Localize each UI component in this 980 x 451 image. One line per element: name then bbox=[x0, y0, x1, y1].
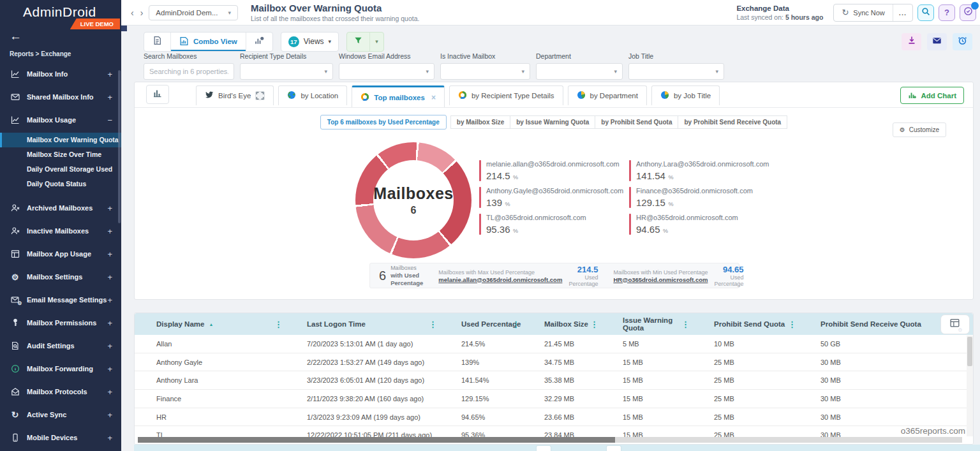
expand-toggle[interactable]: + bbox=[107, 433, 112, 443]
tasks-button[interactable] bbox=[960, 4, 976, 21]
table-row[interactable]: Finance2/11/2023 9:38:20 AM (160 days ag… bbox=[135, 390, 973, 408]
expand-toggle[interactable]: + bbox=[107, 341, 112, 351]
views-dropdown[interactable]: 17 Views ▾ bbox=[281, 32, 339, 52]
chart-tab-by-location[interactable]: by Location bbox=[278, 85, 347, 105]
subtab-by-prohibit-send-receive-quota[interactable]: by Prohibit Send Receive Quota bbox=[678, 115, 787, 129]
expand-toggle[interactable]: + bbox=[107, 92, 112, 102]
table-header-cell-prohibit-send-quota[interactable]: Prohibit Send Quota⋮ bbox=[692, 313, 799, 335]
column-menu-icon[interactable]: ⋮ bbox=[429, 320, 437, 329]
close-icon[interactable]: × bbox=[431, 93, 436, 102]
schedule-button[interactable] bbox=[953, 33, 972, 50]
sync-now-button[interactable]: ↻ Sync Now bbox=[834, 4, 892, 21]
sidebar-item-mailbox-settings[interactable]: ⚙Mailbox Settings+ bbox=[0, 265, 121, 288]
expand-icon[interactable] bbox=[255, 91, 265, 100]
sidebar-subitem-daily-quota-status[interactable]: Daily Quota Status bbox=[0, 177, 121, 191]
expand-toggle[interactable]: − bbox=[107, 115, 112, 125]
table-row[interactable]: Allan7/20/2023 5:13:01 AM (1 day ago)214… bbox=[135, 335, 973, 353]
chart-type-button[interactable] bbox=[146, 85, 169, 104]
filter-caret-button[interactable]: ▾ bbox=[369, 33, 383, 51]
column-menu-icon[interactable]: ⋮ bbox=[274, 320, 283, 329]
table-header-cell-mailbox-size[interactable]: Mailbox Size⋮ bbox=[523, 313, 601, 335]
chart-tab-top-mailboxes[interactable]: Top mailboxes× bbox=[352, 85, 445, 107]
expand-toggle[interactable]: + bbox=[107, 272, 112, 282]
sidebar-scrollbar[interactable] bbox=[118, 70, 121, 223]
chart-tab-by-department[interactable]: by Department bbox=[568, 85, 647, 105]
expand-toggle[interactable]: + bbox=[107, 249, 112, 259]
column-menu-icon[interactable]: ⋮ bbox=[788, 320, 796, 329]
expand-toggle[interactable]: + bbox=[107, 387, 112, 397]
pagination-control[interactable] bbox=[606, 445, 621, 451]
chart-tab-by-job-title[interactable]: by Job Title bbox=[651, 85, 720, 105]
column-menu-icon[interactable]: ⋮ bbox=[681, 320, 690, 329]
column-menu-icon[interactable]: ⋮ bbox=[590, 320, 598, 329]
sidebar-item-audit-settings[interactable]: Audit Settings+ bbox=[0, 334, 121, 357]
sidebar-subitem-mailbox-over-warning-quota[interactable]: Mailbox Over Warning Quota bbox=[0, 133, 121, 147]
sidebar-item-mailbox-protocols[interactable]: Mailbox Protocols+ bbox=[0, 380, 121, 403]
filter-select[interactable]: ▾ bbox=[536, 63, 623, 80]
sidebar-subitem-mailbox-size-over-time[interactable]: Mailbox Size Over Time bbox=[0, 147, 121, 162]
expand-toggle[interactable]: + bbox=[107, 226, 112, 236]
sidebar-subitem-daily-overall-storage-used[interactable]: Daily Overall Storage Used bbox=[0, 162, 121, 177]
expand-toggle[interactable]: + bbox=[107, 364, 112, 374]
table-header-cell-issue-warning-quota[interactable]: Issue Warning Quota⋮ bbox=[601, 313, 692, 335]
sidebar-item-inactive-mailboxes[interactable]: Inactive Mailboxes+ bbox=[0, 219, 121, 242]
chart-tab-by-recipient-type-details[interactable]: by Recipient Type Details bbox=[449, 85, 563, 105]
table-header-cell-used-percentage[interactable]: Used Percentage⋮ bbox=[440, 313, 523, 335]
expand-toggle[interactable]: + bbox=[107, 410, 112, 420]
sidebar-item-mobile-devices[interactable]: Mobile Devices+ bbox=[0, 426, 121, 449]
column-menu-icon[interactable]: ⋮ bbox=[512, 320, 520, 329]
help-button[interactable]: ? bbox=[939, 4, 955, 21]
legend-entry[interactable]: TL@o365droid.onmicrosoft.com95.36 % bbox=[479, 214, 627, 235]
next-button[interactable]: › bbox=[137, 8, 147, 18]
scrollbar-thumb[interactable] bbox=[967, 337, 972, 366]
column-settings-button[interactable]: ⚙ bbox=[940, 314, 970, 334]
table-header-cell-last-logon-time[interactable]: Last Logon Time⋮ bbox=[285, 313, 440, 335]
search-input[interactable] bbox=[144, 63, 234, 80]
filter-funnel-button[interactable] bbox=[347, 33, 369, 51]
sidebar-item-shared-mailbox-info[interactable]: Shared Mailbox Info+ bbox=[0, 85, 121, 108]
combo-view-tab[interactable]: Combo View bbox=[170, 33, 246, 51]
vertical-scrollbar[interactable] bbox=[967, 336, 973, 436]
table-row[interactable]: Anthony Gayle2/22/2023 1:53:27 AM (149 d… bbox=[135, 353, 973, 372]
table-row[interactable]: Anthony Lara3/23/2023 6:05:01 AM (120 da… bbox=[135, 371, 973, 390]
sync-more-button[interactable]: ... bbox=[893, 4, 912, 21]
chart-tab-bird-s-eye[interactable]: Bird's Eye bbox=[196, 85, 274, 105]
sidebar-item-mailbox-permissions[interactable]: Mailbox Permissions+ bbox=[0, 311, 121, 334]
sidebar-item-mailbox-info[interactable]: Mailbox Info+ bbox=[0, 63, 121, 85]
legend-entry[interactable]: HR@o365droid.onmicrosoft.com94.65 % bbox=[629, 214, 777, 235]
table-row[interactable]: HR1/3/2023 9:23:09 AM (199 days ago)94.6… bbox=[135, 408, 973, 427]
subtab-by-prohibit-send-quota[interactable]: by Prohibit Send Quota bbox=[595, 115, 678, 129]
stat-min-link[interactable]: HR@o365droid.onmicrosoft.com bbox=[613, 276, 708, 283]
chart-view-tab[interactable] bbox=[246, 33, 272, 51]
expand-toggle[interactable]: + bbox=[107, 318, 112, 328]
legend-entry[interactable]: melanie.allan@o365droid.onmicrosoft.com2… bbox=[479, 160, 627, 181]
tenant-selector[interactable]: AdminDroid Dem... ▾ bbox=[149, 5, 238, 20]
stat-max-link[interactable]: melanie.allan@o365droid.onmicrosoft.com bbox=[438, 276, 562, 283]
export-button[interactable] bbox=[902, 33, 921, 50]
subtab-by-mailbox-size[interactable]: by Mailbox Size bbox=[450, 115, 510, 129]
scrollbar-thumb[interactable] bbox=[138, 437, 615, 443]
sidebar-item-active-sync[interactable]: ↻Active Sync+ bbox=[0, 403, 121, 426]
legend-entry[interactable]: Anthony.Gayle@o365droid.onmicrosoft.com1… bbox=[479, 187, 627, 208]
email-button[interactable] bbox=[927, 33, 947, 50]
sidebar-item-archived-mailboxes[interactable]: Archived Mailboxes+ bbox=[0, 196, 121, 219]
grid-view-tab[interactable] bbox=[144, 33, 170, 51]
prev-button[interactable]: ‹ bbox=[128, 8, 137, 18]
legend-entry[interactable]: Finance@o365droid.onmicrosoft.com129.15 … bbox=[629, 187, 777, 208]
sidebar-item-mailbox-forwarding[interactable]: Mailbox Forwarding+ bbox=[0, 357, 121, 380]
expand-toggle[interactable]: + bbox=[107, 203, 112, 213]
expand-toggle[interactable]: + bbox=[107, 295, 112, 305]
pagination-control[interactable] bbox=[536, 445, 551, 451]
sort-asc-icon[interactable]: ▲ bbox=[209, 322, 213, 327]
sidebar-item-email-message-settings[interactable]: ⚙Email Message Settings+ bbox=[0, 288, 121, 311]
filter-select[interactable]: ▾ bbox=[240, 63, 333, 80]
legend-entry[interactable]: Anthony.Lara@o365droid.onmicrosoft.com14… bbox=[629, 160, 777, 181]
filter-select[interactable]: ▾ bbox=[339, 63, 434, 80]
filter-select[interactable]: ▾ bbox=[440, 63, 530, 80]
add-chart-button[interactable]: Add Chart bbox=[900, 87, 964, 104]
subtab-by-issue-warning-quota[interactable]: by Issue Warning Quota bbox=[510, 115, 595, 129]
global-search-button[interactable] bbox=[917, 4, 934, 21]
sidebar-item-mailbox-usage[interactable]: Mailbox Usage− bbox=[0, 108, 121, 131]
sidebar-item-mailbox-app-usage[interactable]: Mailbox App Usage+ bbox=[0, 242, 121, 265]
filter-select[interactable]: ▾ bbox=[628, 63, 724, 80]
